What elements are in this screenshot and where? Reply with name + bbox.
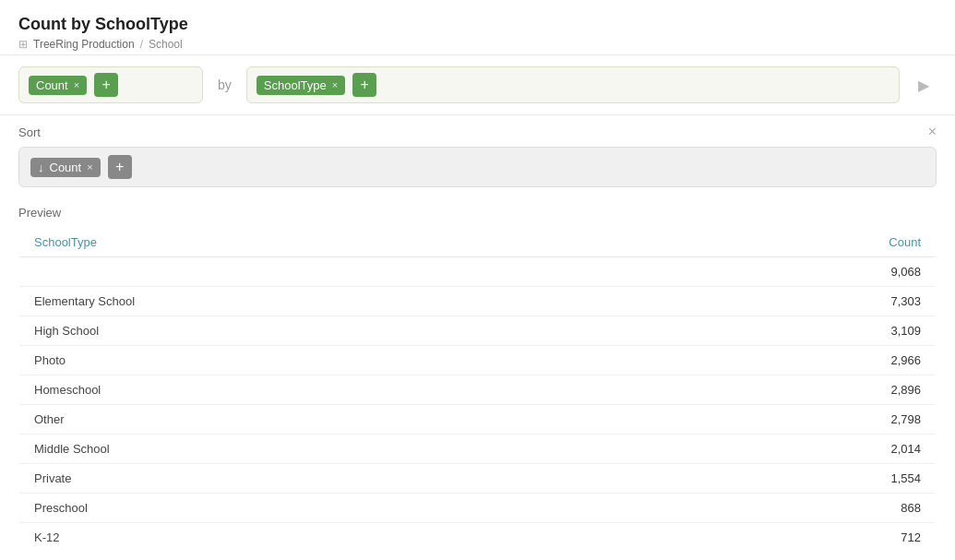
cell-count: 2,014 [641, 435, 937, 464]
sort-close-button[interactable]: × [928, 125, 937, 139]
sort-section: Sort × ↓ Count × + [0, 115, 955, 187]
dimension-tag-label: SchoolType [264, 78, 327, 92]
cell-schooltype: Other [19, 405, 641, 435]
cell-count: 712 [641, 523, 937, 553]
sort-tag[interactable]: ↓ Count × [30, 158, 101, 177]
col-header-schooltype: SchoolType [19, 228, 641, 257]
run-button[interactable]: ▶ [911, 72, 937, 98]
cell-schooltype: Private [19, 464, 641, 494]
table-row: Private1,554 [19, 464, 937, 494]
col-header-count: Count [641, 228, 937, 257]
breadcrumb-current: School [149, 38, 183, 51]
table-row: Other2,798 [19, 405, 937, 435]
sort-label: Sort [18, 125, 41, 139]
measure-tag[interactable]: Count × [29, 76, 87, 95]
preview-table: SchoolType Count 9,068Elementary School7… [18, 227, 937, 553]
sort-row: ↓ Count × + [18, 147, 937, 187]
query-bar: Count × + by SchoolType × + ▶ [0, 55, 955, 115]
dimension-tag-close[interactable]: × [332, 80, 338, 90]
table-row: Elementary School7,303 [19, 287, 937, 316]
page-header: Count by SchoolType ⊞ TreeRing Productio… [0, 0, 955, 55]
breadcrumb-parent[interactable]: TreeRing Production [33, 38, 135, 51]
by-label: by [214, 77, 235, 92]
cell-schooltype: High School [19, 316, 641, 346]
breadcrumb-icon: ⊞ [18, 38, 28, 51]
table-header-row: SchoolType Count [19, 228, 937, 257]
cell-count: 2,798 [641, 405, 937, 435]
table-row: Photo2,966 [19, 346, 937, 375]
preview-label: Preview [18, 206, 937, 220]
sort-tag-label: Count [50, 161, 82, 174]
breadcrumb-separator: / [140, 38, 143, 51]
table-row: Middle School2,014 [19, 435, 937, 464]
table-header: SchoolType Count [19, 228, 937, 257]
measure-container: Count × + [18, 66, 203, 103]
cell-count: 868 [641, 494, 937, 523]
preview-section: Preview SchoolType Count 9,068Elementary… [0, 198, 955, 560]
sort-header: Sort × [18, 125, 937, 139]
table-row: High School3,109 [19, 316, 937, 346]
add-measure-button[interactable]: + [94, 73, 118, 97]
cell-schooltype: Elementary School [19, 287, 641, 316]
cell-schooltype [19, 257, 641, 287]
measure-tag-close[interactable]: × [74, 80, 79, 90]
sort-tag-close[interactable]: × [87, 162, 92, 173]
cell-count: 3,109 [641, 316, 937, 346]
table-row: Preschool868 [19, 494, 937, 523]
table-body: 9,068Elementary School7,303High School3,… [19, 257, 937, 553]
cell-count: 9,068 [641, 257, 937, 287]
cell-schooltype: K-12 [19, 523, 641, 553]
cell-schooltype: Photo [19, 346, 641, 375]
add-sort-button[interactable]: + [108, 155, 132, 179]
dimension-tag[interactable]: SchoolType × [257, 76, 345, 95]
table-row: 9,068 [19, 257, 937, 287]
cell-count: 7,303 [641, 287, 937, 316]
cell-count: 2,896 [641, 375, 937, 405]
page-title: Count by SchoolType [18, 15, 937, 34]
cell-schooltype: Preschool [19, 494, 641, 523]
cell-count: 2,966 [641, 346, 937, 375]
table-row: Homeschool2,896 [19, 375, 937, 405]
cell-schooltype: Homeschool [19, 375, 641, 405]
breadcrumb: ⊞ TreeRing Production / School [18, 38, 937, 51]
measure-tag-label: Count [36, 78, 68, 92]
table-row: K-12712 [19, 523, 937, 553]
dimension-container: SchoolType × + [246, 66, 900, 103]
cell-schooltype: Middle School [19, 435, 641, 464]
add-dimension-button[interactable]: + [352, 73, 376, 97]
sort-down-icon: ↓ [38, 161, 44, 174]
cell-count: 1,554 [641, 464, 937, 494]
